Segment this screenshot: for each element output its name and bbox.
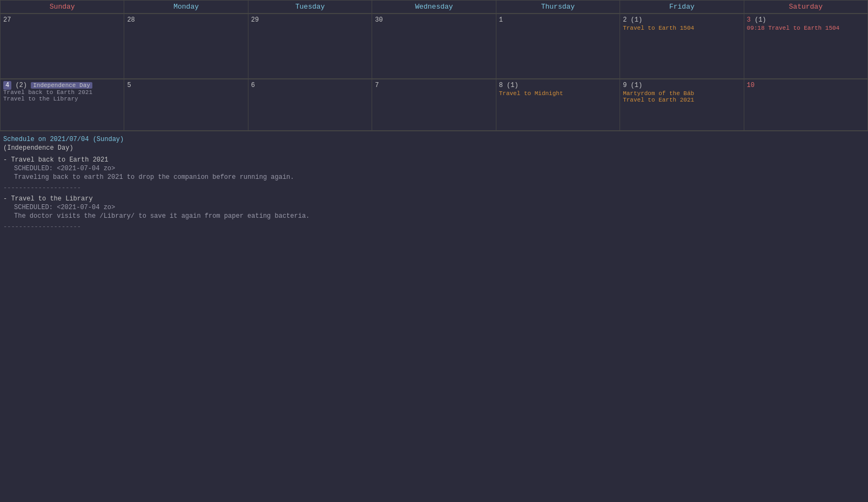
- day-cell-8[interactable]: 8 (1) Travel to Midnight: [496, 79, 620, 131]
- day-cell-10[interactable]: 10: [744, 79, 868, 131]
- day-number-27: 27: [3, 16, 11, 24]
- event-travel-earth-2021-fri[interactable]: Travel to Earth 2021: [623, 97, 741, 103]
- schedule-holiday: (Independence Day): [3, 144, 865, 152]
- header-monday: Monday: [124, 1, 248, 14]
- event-travel-earth-1504-fri[interactable]: Travel to Earth 1504: [623, 25, 741, 31]
- event-travel-library[interactable]: Travel to the Library: [3, 96, 121, 102]
- entry-desc-2: The doctor visits the /Library/ to save …: [3, 212, 865, 220]
- day-number-7: 7: [375, 82, 379, 89]
- entry-title-1: - Travel back to Earth 2021: [3, 156, 865, 164]
- event-count-2: (1): [631, 16, 643, 24]
- event-count-9: (1): [631, 82, 643, 89]
- schedule-section: Schedule on 2021/07/04 (Sunday) (Indepen…: [0, 131, 868, 238]
- day-number-2: 2: [623, 16, 627, 24]
- day-cell-2[interactable]: 2 (1) Travel to Earth 1504: [620, 14, 744, 79]
- day-number-6: 6: [251, 82, 255, 89]
- day-cell-27[interactable]: 27: [1, 14, 124, 79]
- day-cell-3[interactable]: 3 (1) 09:18 Travel to Earth 1504: [744, 14, 868, 79]
- schedule-entry-1: - Travel back to Earth 2021 SCHEDULED: <…: [3, 156, 865, 181]
- header-sunday: Sunday: [1, 1, 124, 14]
- day-cell-28[interactable]: 28: [124, 14, 248, 79]
- entry-scheduled-2: SCHEDULED: <2021-07-04 zo>: [3, 204, 865, 211]
- calendar-week2: 4 (2) Independence Day Travel back to Ea…: [0, 79, 868, 131]
- entry-scheduled-1: SCHEDULED: <2021-07-04 zo>: [3, 165, 865, 172]
- schedule-title: Schedule on 2021/07/04 (Sunday): [3, 136, 865, 143]
- day-number-5: 5: [127, 82, 131, 89]
- event-count-8: (1): [507, 82, 519, 89]
- day-number-10: 10: [747, 82, 755, 89]
- event-travel-back-earth-2021[interactable]: Travel back to Earth 2021: [3, 89, 121, 96]
- header-thursday: Thursday: [496, 1, 620, 14]
- day-number-3: 3: [747, 16, 751, 24]
- day-cell-7[interactable]: 7: [372, 79, 496, 131]
- entry-desc-1: Traveling back to earth 2021 to drop the…: [3, 173, 865, 181]
- divider-1: --------------------: [3, 184, 865, 192]
- day-cell-4[interactable]: 4 (2) Independence Day Travel back to Ea…: [1, 79, 124, 131]
- day-number-1: 1: [499, 16, 503, 24]
- event-travel-earth-1504-sat[interactable]: 09:18 Travel to Earth 1504: [747, 25, 865, 31]
- schedule-entry-2: - Travel to the Library SCHEDULED: <2021…: [3, 195, 865, 220]
- day-cell-30[interactable]: 30: [372, 14, 496, 79]
- day-number-4: 4: [3, 81, 11, 90]
- event-travel-midnight[interactable]: Travel to Midnight: [499, 90, 617, 97]
- event-martyrdom-bab: Martyrdom of the Báb: [623, 90, 741, 97]
- header-tuesday: Tuesday: [248, 1, 372, 14]
- calendar-week1: 27 28 29 30 1 2 (1) Travel to Earth 1504…: [0, 14, 868, 79]
- event-count-3: (1): [755, 16, 766, 24]
- day-cell-9[interactable]: 9 (1) Martyrdom of the Báb Travel to Ear…: [620, 79, 744, 131]
- header-saturday: Saturday: [744, 1, 868, 14]
- divider-2: --------------------: [3, 223, 865, 231]
- holiday-badge-independence: Independence Day: [31, 82, 92, 89]
- day-number-8: 8: [499, 82, 503, 89]
- day-number-30: 30: [375, 16, 382, 24]
- day-number-28: 28: [127, 16, 134, 24]
- header-friday: Friday: [620, 1, 744, 14]
- header-wednesday: Wednesday: [372, 1, 496, 14]
- event-count-4: (2): [15, 82, 31, 89]
- entry-title-2: - Travel to the Library: [3, 195, 865, 203]
- day-cell-6[interactable]: 6: [248, 79, 372, 131]
- day-cell-1[interactable]: 1: [496, 14, 620, 79]
- day-cell-5[interactable]: 5: [124, 79, 248, 131]
- calendar-header-row: Sunday Monday Tuesday Wednesday Thursday…: [0, 0, 868, 14]
- day-cell-29[interactable]: 29: [248, 14, 372, 79]
- day-number-9: 9: [623, 82, 627, 89]
- day-number-29: 29: [251, 16, 259, 24]
